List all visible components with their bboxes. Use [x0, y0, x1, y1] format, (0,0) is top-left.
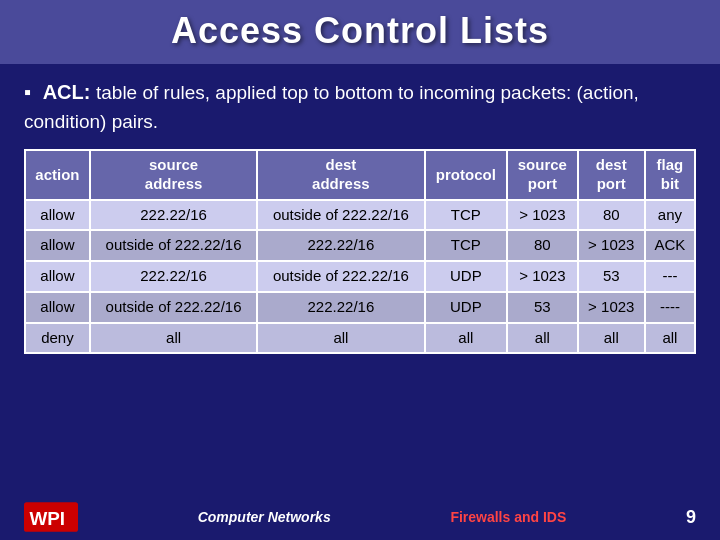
- footer-course: Computer Networks: [198, 509, 331, 525]
- dest-address-cell: 222.22/16: [257, 230, 424, 261]
- col-dest-port: destport: [578, 150, 645, 200]
- protocol-cell: all: [425, 323, 508, 354]
- action-cell: allow: [25, 230, 90, 261]
- source-address-cell: 222.22/16: [90, 200, 257, 231]
- col-action: action: [25, 150, 90, 200]
- dest-address-cell: 222.22/16: [257, 292, 424, 323]
- subtitle-label: Firewalls and IDS: [450, 509, 566, 525]
- source-port-cell: 53: [507, 292, 578, 323]
- action-cell: allow: [25, 292, 90, 323]
- dest-port-cell: 80: [578, 200, 645, 231]
- table-row: allowoutside of 222.22/16222.22/16TCP80>…: [25, 230, 695, 261]
- dest-address-cell: outside of 222.22/16: [257, 261, 424, 292]
- acl-label: ACL:: [43, 81, 91, 103]
- source-address-cell: outside of 222.22/16: [90, 230, 257, 261]
- protocol-cell: UDP: [425, 292, 508, 323]
- protocol-cell: TCP: [425, 230, 508, 261]
- col-protocol: protocol: [425, 150, 508, 200]
- table-row: allowoutside of 222.22/16222.22/16UDP53>…: [25, 292, 695, 323]
- flag-bit-cell: any: [645, 200, 695, 231]
- acl-description: table of rules, applied top to bottom to…: [24, 82, 639, 132]
- dest-port-cell: > 1023: [578, 230, 645, 261]
- protocol-cell: TCP: [425, 200, 508, 231]
- dest-address-cell: outside of 222.22/16: [257, 200, 424, 231]
- footer-subtitle: Firewalls and IDS: [450, 509, 566, 525]
- footer-page: 9: [686, 507, 696, 528]
- col-source-port: sourceport: [507, 150, 578, 200]
- source-address-cell: 222.22/16: [90, 261, 257, 292]
- table-row: allow222.22/16outside of 222.22/16TCP> 1…: [25, 200, 695, 231]
- dest-address-cell: all: [257, 323, 424, 354]
- dest-port-cell: 53: [578, 261, 645, 292]
- source-port-cell: > 1023: [507, 261, 578, 292]
- action-cell: deny: [25, 323, 90, 354]
- main-content: ▪ ACL: table of rules, applied top to bo…: [0, 74, 720, 362]
- flag-bit-cell: ----: [645, 292, 695, 323]
- source-port-cell: all: [507, 323, 578, 354]
- col-source-address: sourceaddress: [90, 150, 257, 200]
- bullet-description: ▪ ACL: table of rules, applied top to bo…: [24, 78, 696, 135]
- table-row: denyallallallallallall: [25, 323, 695, 354]
- table-row: allow222.22/16outside of 222.22/16UDP> 1…: [25, 261, 695, 292]
- dest-port-cell: all: [578, 323, 645, 354]
- footer: WPI Computer Networks Firewalls and IDS …: [0, 502, 720, 532]
- col-flag-bit: flagbit: [645, 150, 695, 200]
- table-header-row: action sourceaddress destaddress protoco…: [25, 150, 695, 200]
- source-port-cell: 80: [507, 230, 578, 261]
- svg-text:WPI: WPI: [29, 508, 65, 529]
- flag-bit-cell: all: [645, 323, 695, 354]
- title-bar: Access Control Lists: [0, 0, 720, 64]
- protocol-cell: UDP: [425, 261, 508, 292]
- action-cell: allow: [25, 261, 90, 292]
- flag-bit-cell: ---: [645, 261, 695, 292]
- flag-bit-cell: ACK: [645, 230, 695, 261]
- acl-table: action sourceaddress destaddress protoco…: [24, 149, 696, 354]
- action-cell: allow: [25, 200, 90, 231]
- footer-logo: WPI: [24, 502, 78, 532]
- col-dest-address: destaddress: [257, 150, 424, 200]
- bullet-marker: ▪: [24, 81, 31, 103]
- dest-port-cell: > 1023: [578, 292, 645, 323]
- course-label: Computer Networks: [198, 509, 331, 525]
- page-title: Access Control Lists: [0, 10, 720, 52]
- source-port-cell: > 1023: [507, 200, 578, 231]
- source-address-cell: outside of 222.22/16: [90, 292, 257, 323]
- source-address-cell: all: [90, 323, 257, 354]
- wpi-logo-svg: WPI: [24, 502, 78, 532]
